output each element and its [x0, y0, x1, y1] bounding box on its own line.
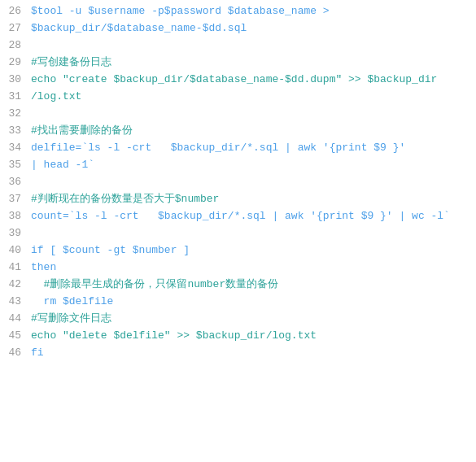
line-content: /log.txt	[31, 89, 476, 106]
code-block: 26$tool -u $username -p$password $databa…	[0, 0, 476, 462]
line-number: 26	[0, 3, 31, 20]
table-row: 29#写创建备份日志	[0, 54, 476, 72]
line-content: #找出需要删除的备份	[31, 123, 476, 140]
line-content: #写创建备份日志	[31, 54, 476, 72]
line-number: 39	[0, 225, 31, 242]
line-number: 45	[0, 328, 31, 345]
table-row: 44#写删除文件日志	[0, 311, 476, 328]
line-number: 46	[0, 345, 31, 362]
table-row: 43 rm $delfile	[0, 294, 476, 311]
table-row: 30echo "create $backup_dir/$database_nam…	[0, 72, 476, 89]
line-number: 44	[0, 311, 31, 328]
line-content: fi	[31, 345, 476, 362]
line-number: 32	[0, 106, 31, 123]
table-row: 38count=`ls -l -crt $backup_dir/*.sql | …	[0, 208, 476, 225]
line-number: 31	[0, 89, 31, 106]
line-number: 30	[0, 72, 31, 89]
line-content: echo "delete $delfile" >> $backup_dir/lo…	[31, 328, 476, 345]
line-number: 27	[0, 20, 31, 37]
line-number: 42	[0, 277, 31, 294]
line-number: 43	[0, 294, 31, 311]
table-row: 41then	[0, 259, 476, 277]
table-row: 33#找出需要删除的备份	[0, 123, 476, 140]
table-row: 42 #删除最早生成的备份，只保留number数量的备份	[0, 277, 476, 294]
line-content	[31, 174, 476, 191]
line-content: #写删除文件日志	[31, 311, 476, 328]
line-content: #删除最早生成的备份，只保留number数量的备份	[31, 277, 476, 294]
line-content	[31, 225, 476, 242]
line-content	[31, 37, 476, 54]
table-row: 45echo "delete $delfile" >> $backup_dir/…	[0, 328, 476, 345]
line-content: then	[31, 259, 476, 277]
table-row: 36	[0, 174, 476, 191]
line-number: 28	[0, 37, 31, 54]
table-row: 39	[0, 225, 476, 242]
line-number: 33	[0, 123, 31, 140]
table-row: 40if [ $count -gt $number ]	[0, 242, 476, 259]
line-content: delfile=`ls -l -crt $backup_dir/*.sql | …	[31, 140, 476, 157]
table-row: 28	[0, 37, 476, 54]
table-row: 32	[0, 106, 476, 123]
table-row: 35| head -1`	[0, 157, 476, 174]
line-number: 34	[0, 140, 31, 157]
line-number: 29	[0, 54, 31, 72]
line-number: 40	[0, 242, 31, 259]
table-row: 27$backup_dir/$database_name-$dd.sql	[0, 20, 476, 37]
line-content: echo "create $backup_dir/$database_name-…	[31, 72, 476, 89]
line-content: $tool -u $username -p$password $database…	[31, 3, 476, 20]
line-number: 37	[0, 191, 31, 208]
line-content: count=`ls -l -crt $backup_dir/*.sql | aw…	[31, 208, 476, 225]
line-content: if [ $count -gt $number ]	[31, 242, 476, 259]
table-row: 37#判断现在的备份数量是否大于$number	[0, 191, 476, 208]
table-row: 34delfile=`ls -l -crt $backup_dir/*.sql …	[0, 140, 476, 157]
line-number: 35	[0, 157, 31, 174]
line-content: $backup_dir/$database_name-$dd.sql	[31, 20, 476, 37]
table-row: 46fi	[0, 345, 476, 362]
table-row: 31/log.txt	[0, 89, 476, 106]
line-number: 36	[0, 174, 31, 191]
line-content	[31, 106, 476, 123]
table-row: 26$tool -u $username -p$password $databa…	[0, 3, 476, 20]
line-content: | head -1`	[31, 157, 476, 174]
line-content: rm $delfile	[31, 294, 476, 311]
line-number: 41	[0, 259, 31, 277]
line-number: 38	[0, 208, 31, 225]
line-content: #判断现在的备份数量是否大于$number	[31, 191, 476, 208]
